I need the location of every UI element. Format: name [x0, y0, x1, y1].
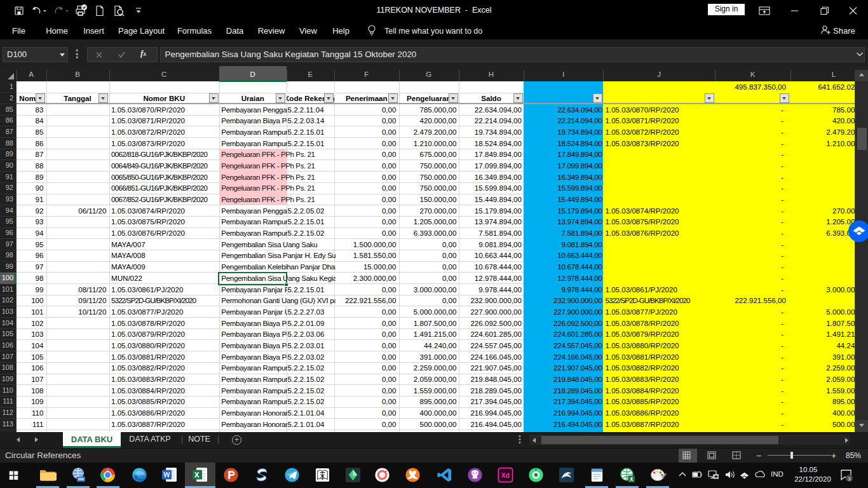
svg-text:Xd: Xd — [501, 472, 510, 479]
svg-text:3: 3 — [848, 476, 851, 482]
